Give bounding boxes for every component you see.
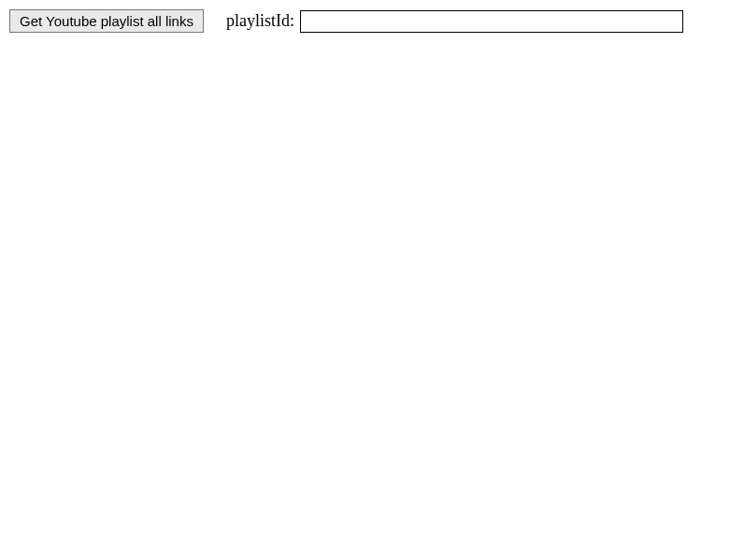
- get-playlist-links-button[interactable]: Get Youtube playlist all links: [9, 9, 204, 33]
- playlist-id-input[interactable]: [300, 10, 683, 33]
- playlist-id-label: playlistId:: [226, 11, 294, 31]
- toolbar: Get Youtube playlist all links playlistI…: [9, 9, 735, 33]
- playlist-field-group: playlistId:: [226, 10, 683, 33]
